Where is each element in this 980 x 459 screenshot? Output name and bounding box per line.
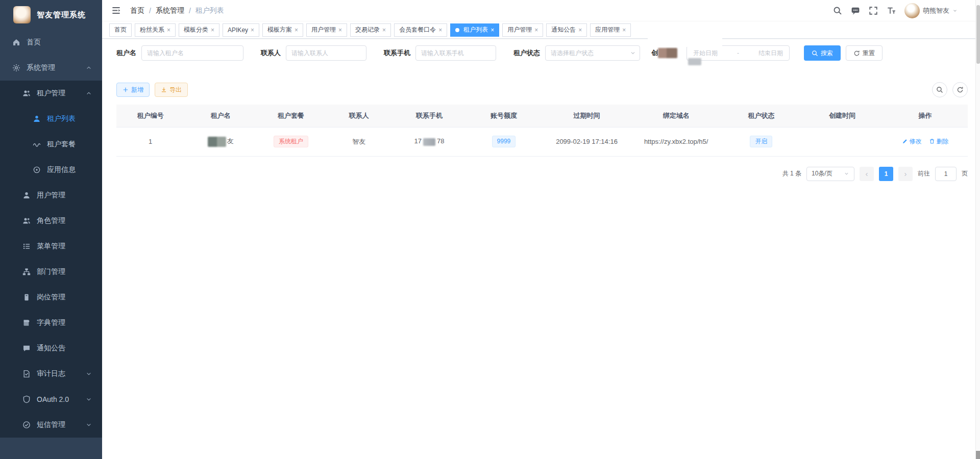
contact-input[interactable] [286,45,366,61]
app-logo: 智友管理系统 [0,0,102,30]
download-icon [161,87,167,93]
next-page-button[interactable]: › [898,167,913,181]
tab-label: 用户管理 [311,26,336,34]
breadcrumb-item-home[interactable]: 首页 [130,6,144,15]
tab-user-management-2[interactable]: 用户管理 × [502,23,543,37]
table-toolbar: 新增 导出 [116,82,968,97]
goto-label: 前往 [918,169,930,178]
sidebar-item-label: 租户套餐 [47,140,76,149]
right-toolbar [932,82,968,97]
sidebar-item-tenant-list[interactable]: 租户列表 [0,106,102,132]
tab-template-plan[interactable]: 模板方案 × [262,23,303,37]
edit-link[interactable]: 修改 [902,137,922,146]
fullscreen-icon[interactable] [869,6,878,15]
col-contact: 联系人 [325,105,393,127]
sidebar-item-post-management[interactable]: 岗位管理 [0,285,102,310]
tab-home[interactable]: 首页 [109,23,132,37]
close-icon[interactable]: × [338,27,342,33]
package-tag: 系统租户 [274,136,308,147]
sidebar-item-dict-management[interactable]: 字典管理 [0,310,102,336]
status-select[interactable] [545,45,640,61]
user-menu[interactable]: 萌熊智友 [904,3,958,18]
sidebar-item-oauth[interactable]: OAuth 2.0 [0,387,102,412]
sidebar-item-user-management[interactable]: 用户管理 [0,183,102,208]
sidebar-item-label: 应用信息 [47,165,76,174]
cell-created-time [802,127,883,156]
tab-tenant-list[interactable]: 租户列表 × [450,23,499,37]
sidebar-item-audit-log[interactable]: 审计日志 [0,361,102,387]
tree-icon [22,268,31,276]
sidebar-item-menu-management[interactable]: 菜单管理 [0,234,102,259]
tab-app-management[interactable]: 应用管理 × [590,23,631,37]
table-header-row: 租户编号 租户名 租户套餐 联系人 联系手机 账号额度 过期时间 绑定域名 租户… [116,105,968,127]
sidebar-item-notice[interactable]: 通知公告 [0,336,102,361]
sidebar-item-sms-management[interactable]: 短信管理 [0,412,102,438]
menu-fold-icon[interactable] [111,6,121,15]
table-row: 1 友 系统租户 智友 1778 9999 2099-02-19 17:14:1… [116,127,968,156]
chevron-down-icon [844,171,849,176]
message-icon[interactable] [851,6,860,15]
tab-notice[interactable]: 通知公告 × [546,23,587,37]
sidebar-item-dept-management[interactable]: 部门管理 [0,259,102,285]
tab-template-category[interactable]: 模板分类 × [179,23,219,37]
page-scrollbar[interactable] [975,0,980,459]
phone-label: 联系手机 [384,48,410,58]
tab-fans-relation[interactable]: 粉丝关系 × [135,23,176,37]
users-icon [22,217,31,225]
scrollbar-thumb[interactable] [976,5,980,64]
sidebar-item-app-info[interactable]: 应用信息 [0,157,102,183]
tab-member-package-code[interactable]: 会员套餐口令 × [394,23,447,37]
close-icon[interactable]: × [167,27,170,33]
sidebar-item-system-management[interactable]: 系统管理 [0,55,102,81]
add-button[interactable]: 新增 [116,83,150,97]
sidebar-item-label: 角色管理 [37,216,65,225]
tenant-name-input[interactable] [141,45,243,61]
prev-page-button[interactable]: ‹ [860,167,874,181]
close-icon[interactable]: × [382,27,386,33]
close-icon[interactable]: × [295,27,298,33]
created-label: 创 [651,48,658,58]
search-icon[interactable] [833,6,842,15]
breadcrumb-item-system[interactable]: 系统管理 [156,6,184,15]
breadcrumb-separator: / [189,7,191,15]
scrollbar-bottom-nub[interactable] [976,451,980,459]
close-icon[interactable]: × [491,27,494,33]
main-area: 首页 / 系统管理 / 租户列表 萌熊智友 首页 [102,0,980,459]
close-icon[interactable]: × [534,27,538,33]
chevron-down-icon [86,422,92,428]
export-button[interactable]: 导出 [155,83,188,97]
close-icon[interactable]: × [622,27,626,33]
close-icon[interactable]: × [211,27,214,33]
sidebar-item-home[interactable]: 首页 [0,30,102,55]
sidebar-item-tenant-package[interactable]: 租户套餐 [0,132,102,157]
sidebar-menu: 首页 系统管理 租户管理 租户列表 租户套餐 [0,30,102,438]
book-icon [22,319,31,327]
page-size-select[interactable]: 10条/页 [806,167,854,181]
refresh-icon [957,86,964,93]
col-actions: 操作 [883,105,968,127]
goto-page-input[interactable] [935,167,957,181]
col-tenant-package: 租户套餐 [257,105,325,127]
tab-user-management[interactable]: 用户管理 × [306,23,347,37]
sidebar-item-role-management[interactable]: 角色管理 [0,208,102,234]
reset-button[interactable]: 重置 [846,45,883,61]
refresh-button[interactable] [952,82,968,97]
created-date-range[interactable]: 开始日期 - 结束日期 [687,45,790,61]
redaction-blur [423,138,435,146]
breadcrumb-separator: / [149,7,151,15]
close-icon[interactable]: × [438,27,442,33]
sidebar-item-label: 系统管理 [27,63,55,72]
font-size-icon[interactable] [887,6,896,15]
tab-transaction-record[interactable]: 交易记录 × [350,23,391,37]
reset-button-label: 重置 [863,49,875,58]
status-select-input[interactable] [545,45,640,61]
search-button[interactable]: 搜索 [804,45,841,61]
current-page-button[interactable]: 1 [879,167,893,181]
sidebar-item-tenant-management[interactable]: 租户管理 [0,81,102,106]
phone-input[interactable] [415,45,496,61]
toggle-search-button[interactable] [932,82,947,97]
tab-apikey[interactable]: APIKey × [223,23,259,37]
close-icon[interactable]: × [251,27,254,33]
delete-link[interactable]: 删除 [929,137,949,146]
close-icon[interactable]: × [578,27,582,33]
